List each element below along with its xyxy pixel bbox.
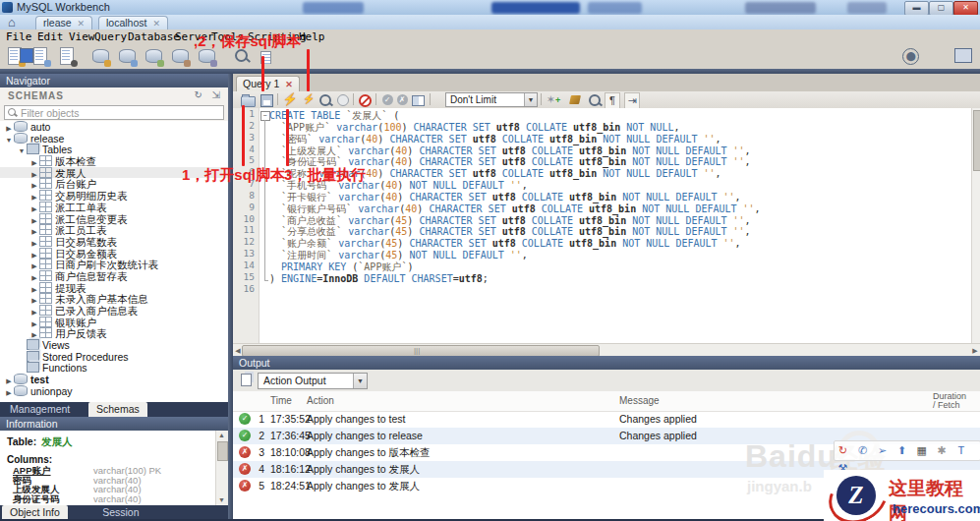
tree-item-Tables[interactable]: ▼Tables: [0, 144, 228, 155]
open-inspector-icon[interactable]: [57, 46, 77, 66]
row-limit-dropdown[interactable]: Don't Limit ▼: [445, 92, 538, 107]
information-bottom-tabs: Object InfoSession: [0, 505, 228, 519]
scroll-down-icon[interactable]: ▼: [216, 495, 227, 505]
new-snippet-icon[interactable]: ✶+: [546, 92, 561, 107]
tree-item-交易明细历史表[interactable]: ▶交易明细历史表: [0, 190, 228, 202]
schema-icon: [14, 121, 28, 132]
row-index: 5: [253, 480, 264, 492]
menu-help[interactable]: Help: [299, 30, 325, 43]
close-tab-icon[interactable]: ✕: [78, 19, 86, 29]
tree-item-派工员工表[interactable]: ▶派工员工表: [0, 224, 228, 236]
beautify-icon[interactable]: [567, 92, 583, 107]
toggle-output-panel-icon[interactable]: [20, 48, 33, 63]
table-icon: [39, 282, 52, 293]
find-icon[interactable]: [587, 92, 603, 107]
minimize-button[interactable]: ▬: [904, 1, 929, 15]
annotation-batch-execute: 3，批量执行: [284, 166, 366, 185]
menu-file[interactable]: File: [6, 30, 32, 43]
connection-tab-rlease[interactable]: rlease✕: [35, 16, 92, 29]
query-tab[interactable]: Query 1✕: [236, 76, 300, 92]
tree-item-日交易金额表[interactable]: ▶日交易金额表: [0, 248, 228, 260]
phone-icon: ✆: [854, 441, 871, 459]
lock-icon: ⬤: [902, 48, 919, 65]
output-row[interactable]: ✓117:35:52Apply changes to testChanges a…: [233, 411, 980, 428]
create-schema-icon[interactable]: [90, 46, 110, 66]
scroll-up-icon[interactable]: ▲: [216, 431, 227, 440]
error-icon: ✗: [239, 463, 251, 475]
menu-edit[interactable]: Edit: [37, 30, 64, 43]
tree-item-label: 用户反馈表: [55, 327, 107, 339]
share-icon: ↻: [835, 441, 851, 459]
chevron-down-icon[interactable]: ▼: [353, 374, 367, 388]
tree-item-unionpay[interactable]: ▶unionpay: [0, 385, 228, 397]
maximize-button[interactable]: ▢: [929, 1, 953, 15]
save-sql-script-icon[interactable]: [259, 92, 274, 107]
toggle-wrap-icon[interactable]: ⇥: [624, 92, 640, 109]
explain-icon[interactable]: [317, 92, 333, 107]
home-icon[interactable]: ⌂: [8, 17, 16, 29]
create-table-icon[interactable]: [117, 46, 137, 66]
row-index: 1: [253, 413, 264, 425]
editor-vertical-scrollbar[interactable]: [971, 108, 980, 343]
tree-item-日商户刷卡次数统计表[interactable]: ▶日商户刷卡次数统计表: [0, 259, 228, 270]
scroll-right-icon[interactable]: ▶: [970, 345, 980, 356]
connection-tab-localhost[interactable]: localhost✕: [98, 16, 168, 29]
tab-session[interactable]: Session: [94, 505, 146, 520]
tree-item-release[interactable]: ▼release: [0, 133, 228, 145]
close-button[interactable]: ✕: [953, 1, 978, 15]
execute-statement-icon[interactable]: ⚡: [301, 92, 317, 107]
chevron-down-icon[interactable]: ▼: [524, 93, 537, 106]
tree-item-商户信息暂存表[interactable]: ▶商户信息暂存表: [0, 270, 228, 282]
tree-item-未录入商户基本信息[interactable]: ▶未录入商户基本信息: [0, 293, 228, 305]
tree-item-日交易笔数表[interactable]: ▶日交易笔数表: [0, 236, 228, 248]
row-time: 17:36:45: [270, 430, 311, 441]
close-query-tab-icon[interactable]: ✕: [285, 80, 293, 89]
tab-management[interactable]: Management: [2, 402, 78, 417]
toggle-invisibles-icon[interactable]: ¶: [605, 92, 620, 109]
scroll-thumb[interactable]: [973, 110, 980, 171]
tree-item-版本检查[interactable]: ▶版本检查: [0, 155, 228, 167]
create-procedure-icon[interactable]: [170, 46, 190, 66]
expand-icon[interactable]: ⇲: [212, 89, 220, 100]
toggle-secondary-sidebar-icon[interactable]: [954, 48, 972, 63]
tree-item-Views[interactable]: Views: [0, 339, 228, 351]
tree-item-test[interactable]: ▶test: [0, 374, 228, 385]
chevron-right-icon[interactable]: ▶: [4, 387, 14, 399]
tree-item-用户反馈表[interactable]: ▶用户反馈表: [0, 327, 228, 339]
toggle-autocommit-icon[interactable]: [410, 92, 426, 107]
editor-horizontal-scrollbar[interactable]: ◀ ▶: [233, 343, 980, 357]
tree-item-银联账户[interactable]: ▶银联账户: [0, 317, 228, 328]
filter-input[interactable]: Filter objects: [4, 105, 224, 120]
menu-query[interactable]: Query: [94, 30, 127, 43]
editor-tab-bar: Query 1✕: [233, 74, 980, 92]
tab-object-info[interactable]: Object Info: [2, 505, 68, 520]
tree-item-已录入商户信息表[interactable]: ▶已录入商户信息表: [0, 305, 228, 317]
copy-icon[interactable]: [241, 374, 252, 386]
code-line: `账户余额` varchar(45) CHARACTER SET utf8 CO…: [269, 238, 761, 250]
edit-stamp-icon[interactable]: [258, 50, 277, 70]
tree-item-派工工单表[interactable]: ▶派工工单表: [0, 202, 228, 213]
menu-view[interactable]: View: [69, 30, 95, 43]
tree-item-Functions[interactable]: Functions: [0, 362, 228, 374]
tree-item-派工信息变更表[interactable]: ▶派工信息变更表: [0, 213, 228, 225]
tree-item-label: Stored Procedures: [42, 351, 129, 363]
stop-execution-icon[interactable]: [357, 92, 373, 107]
tree-item-提现表[interactable]: ▶提现表: [0, 282, 228, 294]
table-label: Table:: [7, 435, 36, 447]
create-view-icon[interactable]: [144, 46, 163, 66]
new-script-icon[interactable]: [30, 46, 50, 66]
tab-schemas[interactable]: Schemas: [88, 402, 147, 417]
tree-item-auto[interactable]: ▶auto: [0, 121, 228, 133]
close-tab-icon[interactable]: ✕: [152, 19, 160, 29]
line-number: 8: [233, 190, 259, 202]
scroll-thumb[interactable]: [217, 441, 228, 461]
sql-editor[interactable]: 12345678910111213141516 − CREATE TABLE `…: [233, 108, 980, 343]
tree-item-Stored Procedures[interactable]: Stored Procedures: [0, 351, 228, 363]
output-header-row: Time Action Message Duration/ Fetch: [233, 391, 980, 412]
tree-item-label: 商户信息暂存表: [55, 270, 128, 282]
execute-script-icon[interactable]: ⚡: [282, 92, 298, 107]
output-mode-dropdown[interactable]: Action Output ▼: [258, 373, 368, 389]
refresh-icon[interactable]: ↻: [195, 89, 202, 100]
info-scrollbar[interactable]: ▲ ▼: [215, 431, 228, 505]
menu-database[interactable]: Database: [128, 30, 180, 43]
